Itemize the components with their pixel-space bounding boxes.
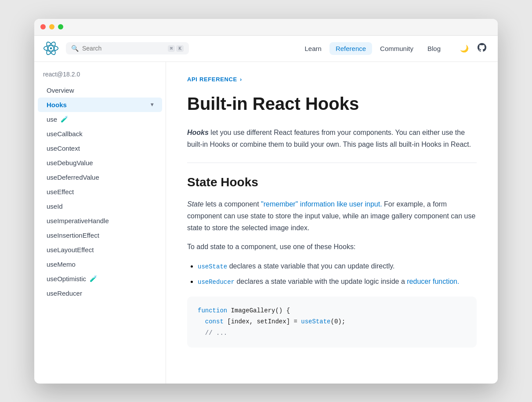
sidebar-item-useEffect-label: useEffect [47, 188, 74, 196]
maximize-button[interactable] [58, 24, 63, 29]
sidebar-version: react@18.2.0 [34, 69, 166, 83]
sidebar-item-useInsertionEffect[interactable]: useInsertionEffect [38, 228, 162, 243]
code-block: function ImageGallery() { const [index, … [187, 297, 477, 348]
sidebar-item-useInsertionEffect-label: useInsertionEffect [47, 232, 99, 239]
bullet-list: useState declares a state variable that … [198, 260, 477, 288]
section-state-hooks: State Hooks [187, 175, 477, 189]
sidebar-item-useId[interactable]: useId [38, 199, 162, 214]
breadcrumb-arrow: › [240, 76, 242, 83]
navbar: 🔍 ⌘ K Learn Reference Community Blog 🌙 [34, 36, 498, 62]
browser-content: 🔍 ⌘ K Learn Reference Community Blog 🌙 [34, 36, 498, 384]
sidebar-item-useCallback-label: useCallback [47, 130, 83, 138]
search-bar[interactable]: 🔍 ⌘ K [66, 42, 189, 54]
nav-link-blog[interactable]: Blog [421, 42, 447, 55]
sidebar-item-useLayoutEffect[interactable]: useLayoutEffect [38, 243, 162, 257]
sidebar-item-useReducer[interactable]: useReducer [38, 286, 162, 301]
sidebar-item-useDebugValue-label: useDebugValue [47, 159, 93, 167]
list-item-text-1: useState declares a state variable that … [198, 262, 394, 270]
code-content: function ImageGallery() { const [index, … [198, 305, 466, 339]
code-hook-useState: useState [297, 318, 331, 325]
state-intro-after: lets a component [203, 200, 261, 208]
browser-window: 🔍 ⌘ K Learn Reference Community Blog 🌙 [34, 19, 498, 384]
code-equals: = [290, 318, 297, 325]
sidebar-item-use-label: use 🧪 [47, 116, 68, 123]
experimental-badge: 🧪 [61, 116, 68, 123]
sidebar-item-useOptimistic-label: useOptimistic 🧪 [47, 275, 97, 282]
useReducer-description: declares a state variable with the updat… [235, 278, 407, 285]
minimize-button[interactable] [49, 24, 54, 29]
dark-mode-button[interactable]: 🌙 [457, 41, 471, 55]
page-title: Built-in React Hooks [187, 93, 477, 114]
sidebar-item-useMemo[interactable]: useMemo [38, 257, 162, 272]
intro-italic: Hooks [187, 129, 209, 136]
breadcrumb-text: API REFERENCE [187, 76, 237, 83]
search-input[interactable] [82, 45, 164, 52]
svg-point-3 [50, 47, 52, 50]
sidebar-item-useImperativeHandle[interactable]: useImperativeHandle [38, 214, 162, 228]
useState-link[interactable]: useState [198, 263, 227, 270]
list-item: useReducer declares a state variable wit… [198, 275, 477, 288]
sidebar-item-overview-label: Overview [47, 87, 74, 94]
sidebar-item-useDebugValue[interactable]: useDebugValue [38, 156, 162, 170]
sidebar-item-overview[interactable]: Overview [38, 83, 162, 98]
search-icon: 🔍 [71, 45, 79, 52]
search-shortcut: ⌘ K [168, 45, 184, 52]
experimental-badge-2: 🧪 [90, 275, 97, 282]
sidebar-item-useDeferredValue[interactable]: useDeferredValue [38, 170, 162, 185]
state-intro: State lets a component "remember" inform… [187, 198, 477, 234]
intro-paragraph: Hooks let you use different React featur… [187, 127, 477, 150]
nav-icons: 🌙 [457, 41, 489, 55]
sidebar-item-hooks-label: Hooks [47, 101, 67, 109]
main-content: API REFERENCE › Built-in React Hooks Hoo… [166, 62, 498, 384]
sidebar-item-useContext[interactable]: useContext [38, 141, 162, 156]
list-item: useState declares a state variable that … [198, 260, 477, 272]
sidebar-item-useMemo-label: useMemo [47, 261, 76, 268]
sidebar-item-useOptimistic[interactable]: useOptimistic 🧪 [38, 272, 162, 286]
sidebar-item-useCallback[interactable]: useCallback [38, 127, 162, 141]
useReducer-link[interactable]: useReducer [198, 279, 235, 286]
code-function-name: ImageGallery [227, 307, 275, 314]
close-button[interactable] [40, 24, 46, 29]
intro-text-after: let you use different React features fro… [187, 129, 471, 148]
sidebar-item-useEffect[interactable]: useEffect [38, 185, 162, 199]
sidebar-item-hooks[interactable]: Hooks ▾ [38, 98, 162, 112]
chevron-down-icon: ▾ [151, 101, 153, 108]
moon-icon: 🌙 [460, 44, 469, 53]
main-layout: react@18.2.0 Overview Hooks ▾ use 🧪 useC… [34, 62, 498, 384]
titlebar [34, 19, 498, 36]
useState-description: declares a state variable that you can u… [227, 262, 394, 270]
code-vars: [index, setIndex] [224, 318, 290, 325]
reducer-function-link[interactable]: reducer function. [407, 278, 459, 285]
nav-link-reference[interactable]: Reference [329, 42, 372, 55]
sidebar: react@18.2.0 Overview Hooks ▾ use 🧪 useC… [34, 62, 166, 384]
sidebar-item-useContext-label: useContext [47, 145, 80, 152]
state-body2: To add state to a component, use one of … [187, 241, 477, 253]
github-button[interactable] [475, 41, 489, 55]
cmd-key: ⌘ [168, 45, 175, 52]
code-const: const [205, 318, 224, 325]
nav-links: Learn Reference Community Blog [299, 42, 447, 55]
sidebar-item-useLayoutEffect-label: useLayoutEffect [47, 246, 94, 254]
state-italic: State [187, 200, 203, 208]
list-item-text-2: useReducer declares a state variable wit… [198, 278, 459, 285]
code-keyword-function: function [198, 307, 227, 314]
sidebar-item-useImperativeHandle-label: useImperativeHandle [47, 217, 109, 225]
sidebar-item-useDeferredValue-label: useDeferredValue [47, 174, 99, 181]
github-icon [478, 43, 486, 54]
sidebar-item-useId-label: useId [47, 203, 63, 210]
code-args: (0); [331, 318, 346, 325]
code-parens: () { [275, 307, 290, 314]
section-divider [187, 163, 477, 163]
code-comment: // ... [205, 330, 227, 337]
react-logo[interactable] [43, 40, 59, 56]
sidebar-item-useReducer-label: useReducer [47, 290, 82, 297]
nav-link-community[interactable]: Community [374, 42, 420, 55]
sidebar-item-use[interactable]: use 🧪 [38, 112, 162, 127]
nav-link-learn[interactable]: Learn [299, 42, 328, 55]
state-link[interactable]: "remember" information like user input. [261, 200, 382, 208]
k-key: K [176, 45, 184, 52]
breadcrumb: API REFERENCE › [187, 76, 477, 83]
